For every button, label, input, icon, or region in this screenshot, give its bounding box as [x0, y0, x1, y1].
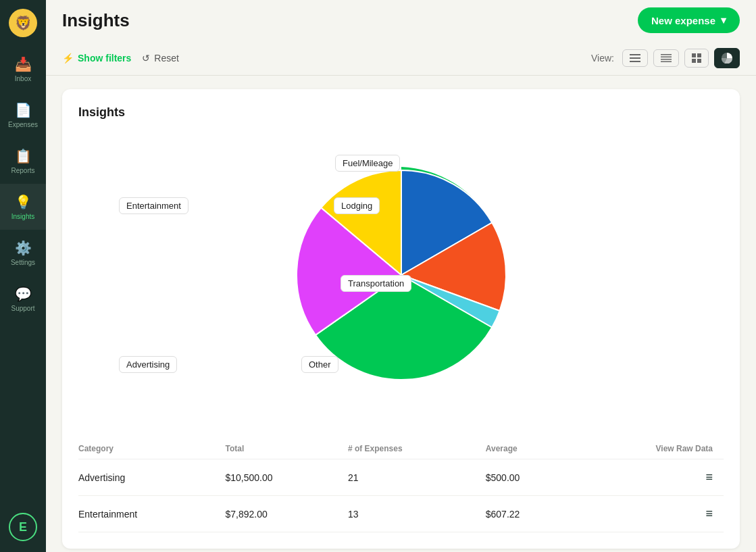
cell-count: 13: [348, 496, 486, 532]
svg-rect-6: [661, 61, 672, 62]
sidebar-label-settings: Settings: [11, 259, 35, 266]
svg-rect-3: [661, 54, 672, 55]
svg-rect-1: [630, 57, 640, 59]
main-content: Insights New expense ▾ ⚡ Show filters ↺ …: [46, 0, 756, 552]
label-lodging: Lodging: [334, 197, 380, 214]
label-other: Other: [301, 356, 338, 373]
sidebar-label-inbox: Inbox: [15, 75, 31, 82]
view-grid-button[interactable]: [684, 49, 709, 68]
new-expense-label: New expense: [651, 15, 715, 26]
page-title: Insights: [62, 10, 130, 31]
svg-rect-2: [630, 61, 640, 62]
toolbar: ⚡ Show filters ↺ Reset View:: [46, 41, 756, 76]
sidebar-label-support: Support: [11, 305, 34, 312]
insights-card: Insights Fuel/Mileage Entertainment Lodg…: [62, 89, 740, 549]
show-filters-button[interactable]: ⚡ Show filters: [62, 53, 131, 64]
show-filters-label: Show filters: [78, 53, 131, 64]
support-icon: 💬: [15, 286, 32, 302]
raw-data-icon[interactable]: ≡: [705, 470, 713, 484]
cell-category: Advertising: [78, 459, 225, 496]
view-list-loose-button[interactable]: [622, 49, 648, 67]
cell-raw-data[interactable]: ≡: [580, 459, 724, 496]
svg-rect-4: [661, 56, 672, 57]
view-label: View:: [591, 53, 614, 64]
table-body: Advertising $10,500.00 21 $500.00 ≡ Ente…: [78, 459, 724, 532]
filter-icon: ⚡: [62, 53, 74, 64]
grid-icon: [692, 53, 701, 63]
col-average: Average: [486, 438, 580, 459]
label-advertising: Advertising: [119, 356, 177, 373]
sidebar-item-inbox[interactable]: 📥 Inbox: [0, 46, 46, 92]
cell-raw-data[interactable]: ≡: [580, 496, 724, 532]
svg-rect-0: [630, 54, 640, 55]
cell-average: $500.00: [486, 459, 580, 496]
svg-rect-7: [692, 53, 696, 57]
raw-data-icon[interactable]: ≡: [705, 507, 713, 520]
table-header: Category Total # of Expenses Average Vie…: [78, 438, 724, 459]
data-table: Category Total # of Expenses Average Vie…: [78, 438, 724, 532]
list-compact-icon: [661, 54, 672, 62]
svg-rect-10: [697, 59, 701, 63]
reset-button[interactable]: ↺ Reset: [142, 53, 179, 64]
sidebar-bottom: E: [9, 513, 37, 552]
sidebar-label-expenses: Expenses: [8, 121, 38, 128]
col-raw-data: View Raw Data: [580, 438, 724, 459]
svg-rect-8: [697, 53, 701, 57]
svg-rect-5: [661, 59, 672, 60]
logo-avatar: 🦁: [9, 9, 37, 37]
cell-average: $607.22: [486, 496, 580, 532]
reports-icon: 📋: [15, 148, 32, 164]
label-fuel-mileage: Fuel/Mileage: [335, 155, 400, 172]
label-entertainment: Entertainment: [119, 197, 188, 214]
label-transportation: Transportation: [341, 275, 411, 292]
table-row: Entertainment $7,892.00 13 $607.22 ≡: [78, 496, 724, 532]
svg-rect-9: [692, 59, 696, 63]
view-list-compact-button[interactable]: [653, 49, 679, 67]
sidebar-item-expenses[interactable]: 📄 Expenses: [0, 92, 46, 138]
cell-category: Entertainment: [78, 496, 225, 532]
sidebar-item-insights[interactable]: 💡 Insights: [0, 184, 46, 230]
new-expense-button[interactable]: New expense ▾: [638, 7, 740, 33]
reset-label: Reset: [154, 53, 179, 64]
view-pie-button[interactable]: [714, 48, 740, 68]
content-area: Insights Fuel/Mileage Entertainment Lodg…: [46, 76, 756, 552]
insights-card-title: Insights: [78, 105, 724, 120]
sidebar-logo: 🦁: [0, 0, 46, 46]
sidebar-label-reports: Reports: [11, 167, 34, 174]
reset-icon: ↺: [142, 53, 150, 64]
sidebar: 🦁 📥 Inbox 📄 Expenses 📋 Reports 💡 Insight…: [0, 0, 46, 552]
chevron-down-icon: ▾: [721, 14, 726, 26]
sidebar-item-support[interactable]: 💬 Support: [0, 276, 46, 322]
sidebar-label-insights: Insights: [11, 213, 34, 220]
sidebar-item-settings[interactable]: ⚙️ Settings: [0, 230, 46, 276]
cell-total: $10,500.00: [225, 459, 347, 496]
insights-icon: 💡: [15, 194, 32, 210]
user-badge[interactable]: E: [9, 513, 37, 541]
settings-icon: ⚙️: [15, 240, 32, 256]
col-total: Total: [225, 438, 347, 459]
inbox-icon: 📥: [15, 56, 32, 72]
chart-container: Fuel/Mileage Entertainment Lodging Trans…: [78, 133, 724, 417]
table-row: Advertising $10,500.00 21 $500.00 ≡: [78, 459, 724, 496]
toolbar-right: View:: [591, 48, 740, 68]
cell-count: 21: [348, 459, 486, 496]
col-count: # of Expenses: [348, 438, 486, 459]
pie-chart-icon: [722, 53, 732, 64]
cell-total: $7,892.00: [225, 496, 347, 532]
top-header: Insights New expense ▾: [46, 0, 756, 41]
expenses-icon: 📄: [15, 102, 32, 118]
toolbar-left: ⚡ Show filters ↺ Reset: [62, 53, 179, 64]
list-loose-icon: [630, 54, 640, 62]
col-category: Category: [78, 438, 225, 459]
sidebar-item-reports[interactable]: 📋 Reports: [0, 138, 46, 184]
